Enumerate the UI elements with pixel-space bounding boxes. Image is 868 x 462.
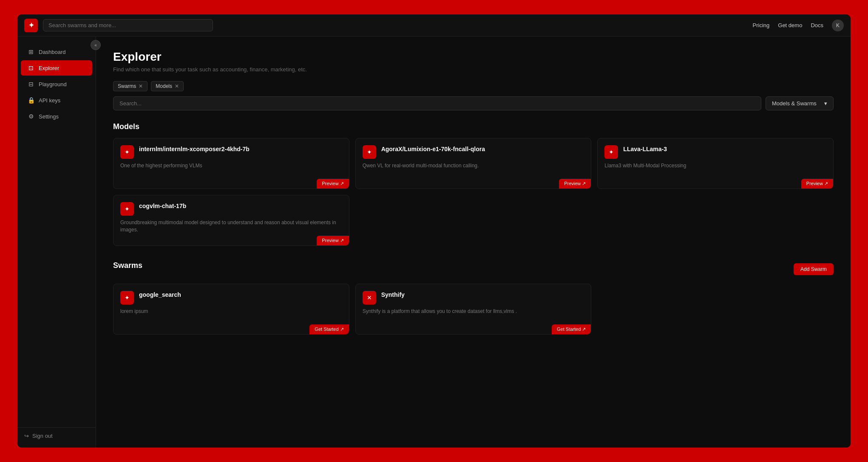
model-desc-internlm: One of the highest performing VLMs	[120, 162, 342, 182]
model-card-cogvlm[interactable]: ✦ cogvlm-chat-17b Groundbreaking multimo…	[113, 195, 349, 246]
swarm-title-synthify: Synthify	[381, 291, 405, 299]
swarm-action-synthify[interactable]: Get Started ↗	[552, 324, 591, 334]
card-header: ✕ Synthify	[363, 291, 584, 304]
model-action-llava[interactable]: Preview ↗	[801, 179, 833, 189]
filter-swarms-remove[interactable]: ✕	[139, 83, 143, 89]
model-action-internlm[interactable]: Preview ↗	[317, 179, 349, 189]
topbar-left: ✦	[24, 19, 213, 32]
content-area: Explorer Find which one that suits your …	[96, 37, 851, 448]
model-card-internlm[interactable]: ✦ internlm/internlm-xcomposer2-4khd-7b O…	[113, 138, 349, 189]
sidebar: « ⊞ Dashboard ⊡ Explorer ⊟ Playground 🔒 …	[17, 37, 96, 448]
dashboard-icon: ⊞	[28, 48, 34, 55]
docs-link[interactable]: Docs	[811, 22, 823, 28]
card-header: ✦ AgoraX/Lumixion-e1-70k-fncall-qlora	[363, 145, 584, 159]
main-layout: « ⊞ Dashboard ⊡ Explorer ⊟ Playground 🔒 …	[17, 37, 851, 448]
swarm-desc-synthify: Synthify is a platform that allows you t…	[363, 308, 584, 327]
sidebar-label-dashboard: Dashboard	[39, 49, 66, 55]
sidebar-nav: ⊞ Dashboard ⊡ Explorer ⊟ Playground 🔒 AP…	[17, 40, 96, 427]
api-keys-icon: 🔒	[28, 97, 34, 104]
swarm-action-google-search[interactable]: Get Started ↗	[309, 324, 349, 334]
sidebar-footer: ↪ Sign out	[17, 427, 96, 444]
model-title-internlm: internlm/internlm-xcomposer2-4khd-7b	[139, 145, 250, 153]
model-title-agorax: AgoraX/Lumixion-e1-70k-fncall-qlora	[381, 145, 485, 153]
sidebar-item-dashboard[interactable]: ⊞ Dashboard	[21, 44, 92, 59]
page-title: Explorer	[113, 50, 834, 64]
filter-swarms-label: Swarms	[118, 83, 136, 89]
swarm-icon-synthify: ✕	[363, 291, 376, 304]
card-header: ✦ cogvlm-chat-17b	[120, 202, 342, 216]
model-action-cogvlm[interactable]: Preview ↗	[317, 236, 349, 245]
filter-row: Swarms ✕ Models ✕	[113, 81, 834, 91]
model-desc-agorax: Qwen VL for real-world multi-modal funct…	[363, 162, 584, 182]
playground-icon: ⊟	[28, 81, 34, 87]
swarm-icon-google-search: ✦	[120, 291, 134, 304]
model-icon-agorax: ✦	[363, 145, 376, 159]
swarm-desc-google-search: lorem ipsum	[120, 308, 342, 327]
model-icon-cogvlm: ✦	[120, 202, 134, 216]
content-search-input[interactable]	[113, 96, 761, 110]
sidebar-label-explorer: Explorer	[39, 65, 59, 71]
card-header: ✦ LLava-LLama-3	[604, 145, 826, 159]
model-action-agorax[interactable]: Preview ↗	[559, 179, 591, 189]
sign-out-button[interactable]: ↪ Sign out	[24, 433, 89, 439]
topbar-right: Pricing Get demo Docs K	[753, 20, 844, 31]
swarms-grid: ✦ google_search lorem ipsum Get Started …	[113, 284, 834, 335]
models-section-title: Models	[113, 122, 834, 131]
sidebar-label-api-keys: API keys	[39, 97, 60, 104]
model-icon-internlm: ✦	[120, 145, 134, 159]
models-grid: ✦ internlm/internlm-xcomposer2-4khd-7b O…	[113, 138, 834, 246]
filter-models-label: Models	[156, 83, 172, 89]
global-search-input[interactable]	[43, 19, 213, 31]
sidebar-item-api-keys[interactable]: 🔒 API keys	[21, 93, 92, 108]
swarms-section-header: Swarms Add Swarm	[113, 261, 834, 277]
model-title-cogvlm: cogvlm-chat-17b	[139, 202, 186, 210]
sidebar-item-explorer[interactable]: ⊡ Explorer	[21, 60, 92, 76]
dropdown-label: Models & Swarms	[772, 100, 817, 107]
avatar[interactable]: K	[832, 20, 844, 31]
logo: ✦	[24, 19, 38, 32]
model-desc-llava: Llama3 with Multi-Modal Processing	[604, 162, 826, 182]
card-header: ✦ internlm/internlm-xcomposer2-4khd-7b	[120, 145, 342, 159]
swarm-card-synthify[interactable]: ✕ Synthify Synthify is a platform that a…	[355, 284, 592, 335]
sidebar-label-playground: Playground	[39, 81, 67, 87]
pricing-link[interactable]: Pricing	[753, 22, 770, 28]
card-header: ✦ google_search	[120, 291, 342, 304]
search-filter-row: Models & Swarms ▾	[113, 96, 834, 110]
page-subtitle: Find which one that suits your task such…	[113, 66, 834, 73]
model-card-agorax[interactable]: ✦ AgoraX/Lumixion-e1-70k-fncall-qlora Qw…	[355, 138, 592, 189]
sidebar-item-playground[interactable]: ⊟ Playground	[21, 76, 92, 92]
get-demo-link[interactable]: Get demo	[778, 22, 802, 28]
swarms-section-title: Swarms	[113, 261, 142, 270]
sign-out-icon: ↪	[24, 433, 29, 439]
sidebar-collapse-button[interactable]: «	[91, 40, 101, 50]
chevron-down-icon: ▾	[824, 100, 827, 107]
sign-out-label: Sign out	[32, 433, 53, 439]
add-swarm-button[interactable]: Add Swarm	[794, 263, 834, 275]
model-title-llava: LLava-LLama-3	[623, 145, 667, 153]
filter-tag-models: Models ✕	[151, 81, 184, 91]
filter-models-remove[interactable]: ✕	[175, 83, 179, 89]
model-desc-cogvlm: Groundbreaking multimodal model designed…	[120, 219, 342, 239]
explorer-icon: ⊡	[28, 65, 34, 71]
swarm-title-google-search: google_search	[139, 291, 181, 299]
topbar: ✦ Pricing Get demo Docs K	[17, 14, 851, 37]
model-icon-llava: ✦	[604, 145, 618, 159]
sidebar-item-settings[interactable]: ⚙ Settings	[21, 109, 92, 124]
filter-tag-swarms: Swarms ✕	[113, 81, 148, 91]
settings-icon: ⚙	[28, 113, 34, 120]
swarm-card-google-search[interactable]: ✦ google_search lorem ipsum Get Started …	[113, 284, 349, 335]
sidebar-label-settings: Settings	[39, 113, 59, 120]
app-window: ✦ Pricing Get demo Docs K « ⊞ Dashboard …	[17, 14, 851, 448]
model-card-llava[interactable]: ✦ LLava-LLama-3 Llama3 with Multi-Modal …	[597, 138, 834, 189]
filter-dropdown[interactable]: Models & Swarms ▾	[766, 96, 834, 110]
